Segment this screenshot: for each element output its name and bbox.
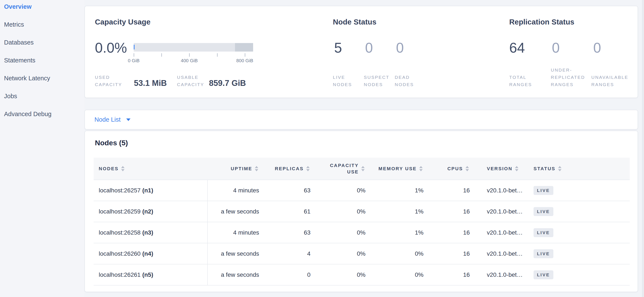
unavailable-ranges-label: UNAVAILABLE RANGES (591, 74, 628, 88)
sidebar-item-metrics[interactable]: Metrics (0, 15, 84, 33)
uptime-cell: 4 minutes (208, 180, 264, 201)
capacity-gauge-reserved-segment (235, 43, 253, 51)
column-header-uptime[interactable]: UPTIME (208, 158, 264, 180)
table-row[interactable]: localhost:26260(n4) a few seconds 4 0% 0… (94, 243, 630, 264)
capacity-usage-percent: 0.0% (95, 40, 127, 55)
column-header-nodes[interactable]: NODES (94, 158, 208, 180)
column-header-capacity-use[interactable]: CAPACITY USE (316, 158, 370, 180)
replicas-cell: 61 (264, 201, 316, 222)
status-badge: LIVE (534, 207, 553, 216)
gauge-tick (189, 53, 190, 57)
cpus-cell: 16 (428, 180, 475, 201)
node-address-cell[interactable]: localhost:26261(n5) (94, 264, 208, 285)
node-list-dropdown[interactable]: Node List (85, 110, 638, 129)
uptime-cell: 4 minutes (208, 222, 264, 243)
memory-use-cell: 1% (370, 201, 428, 222)
column-label: VERSION (487, 166, 512, 172)
table-row[interactable]: localhost:26259(n2) a few seconds 61 0% … (94, 201, 630, 222)
sidebar-item-overview[interactable]: Overview (0, 0, 84, 15)
column-header-status[interactable]: STATUS (529, 158, 630, 180)
suspect-nodes-label: SUSPECT NODES (364, 74, 390, 88)
capacity-use-cell: 0% (316, 264, 370, 285)
version-cell: v20.1.0-bet… (475, 243, 529, 264)
sidebar-item-jobs[interactable]: Jobs (0, 87, 84, 105)
node-address-cell[interactable]: localhost:26260(n4) (94, 243, 208, 264)
node-address[interactable]: localhost:26260 (99, 250, 140, 257)
node-status-title: Node Status (333, 18, 376, 26)
table-row[interactable]: localhost:26257(n1) 4 minutes 63 0% 1% 1… (94, 180, 630, 201)
node-address[interactable]: localhost:26259 (99, 208, 140, 215)
column-label: REPLICAS (275, 166, 304, 172)
node-id: (n2) (142, 208, 153, 215)
cluster-summary-card: Capacity Usage 0.0% 0 GiB 400 GiB 800 Gi… (84, 6, 638, 98)
uptime-cell: a few seconds (208, 201, 264, 222)
column-label: MEMORY USE (378, 166, 417, 172)
sidebar-item-advanced-debug[interactable]: Advanced Debug (0, 105, 84, 123)
total-ranges-label: TOTAL RANGES (509, 74, 532, 88)
gauge-tick (162, 53, 162, 57)
node-id: (n5) (142, 272, 153, 278)
column-label: NODES (99, 166, 118, 172)
sidebar-item-databases[interactable]: Databases (0, 33, 84, 51)
node-id: (n1) (142, 187, 153, 194)
status-badge: LIVE (534, 228, 553, 237)
dead-nodes-count: 0 (396, 40, 404, 55)
table-header-row: NODES UPTIME REPLICAS CAPACITY USE MEMOR… (94, 158, 630, 180)
status-cell: LIVE (529, 264, 630, 285)
capacity-use-cell: 0% (316, 180, 370, 201)
version-cell: v20.1.0-bet… (475, 180, 529, 201)
node-address-cell[interactable]: localhost:26257(n1) (94, 180, 208, 201)
version-cell: v20.1.0-bet… (475, 264, 529, 285)
column-header-cpus[interactable]: CPUS (428, 158, 475, 180)
node-address-cell[interactable]: localhost:26258(n3) (94, 222, 208, 243)
capacity-use-cell: 0% (316, 222, 370, 243)
replication-status-title: Replication Status (509, 18, 574, 26)
under-replicated-count: 0 (552, 40, 560, 55)
memory-use-cell: 0% (370, 264, 428, 285)
cpus-cell: 16 (428, 201, 475, 222)
node-address[interactable]: localhost:26258 (99, 229, 140, 236)
sort-icon (515, 166, 518, 171)
live-nodes-count: 5 (334, 40, 342, 55)
nodes-card: Nodes (5) NODES UPTIME REPLICAS CAPACITY… (84, 131, 638, 292)
cpus-cell: 16 (428, 243, 475, 264)
gauge-tick (134, 53, 134, 57)
status-badge: LIVE (534, 186, 553, 195)
capacity-gauge: 0 GiB 400 GiB 800 GiB (134, 43, 253, 51)
view-selector-card: Node List (84, 110, 638, 130)
capacity-use-cell: 0% (316, 243, 370, 264)
column-header-replicas[interactable]: REPLICAS (264, 158, 316, 180)
column-label: CAPACITY USE (324, 162, 359, 175)
total-ranges-count: 64 (509, 40, 525, 55)
memory-use-cell: 1% (370, 222, 428, 243)
version-cell: v20.1.0-bet… (475, 222, 529, 243)
used-capacity-value: 53.1 MiB (134, 79, 167, 88)
column-label: STATUS (534, 166, 556, 172)
uptime-cell: a few seconds (208, 264, 264, 285)
gauge-tick (245, 53, 245, 57)
chevron-down-icon (126, 118, 130, 121)
column-header-memory-use[interactable]: MEMORY USE (370, 158, 428, 180)
node-address[interactable]: localhost:26257 (99, 187, 140, 194)
sort-icon (306, 166, 310, 171)
table-row[interactable]: localhost:26258(n3) 4 minutes 63 0% 1% 1… (94, 222, 630, 243)
capacity-usage-title: Capacity Usage (95, 18, 150, 26)
column-header-version[interactable]: VERSION (475, 158, 529, 180)
table-row[interactable]: localhost:26261(n5) a few seconds 0 0% 0… (94, 264, 630, 285)
node-address[interactable]: localhost:26261 (99, 272, 140, 278)
live-nodes-label: LIVE NODES (333, 74, 352, 88)
nodes-table: NODES UPTIME REPLICAS CAPACITY USE MEMOR… (94, 158, 630, 286)
dead-nodes-label: DEAD NODES (395, 74, 414, 88)
gauge-tick-label: 0 GiB (128, 58, 140, 63)
status-badge: LIVE (534, 249, 553, 258)
scrollbar[interactable] (642, 0, 644, 297)
usable-capacity-label: USABLE CAPACITY (177, 74, 204, 88)
under-replicated-label: UNDER- REPLICATED RANGES (551, 66, 585, 88)
status-cell: LIVE (529, 180, 630, 201)
gauge-tick-label: 800 GiB (236, 58, 253, 63)
node-address-cell[interactable]: localhost:26259(n2) (94, 201, 208, 222)
column-label: UPTIME (231, 166, 252, 172)
sidebar-item-statements[interactable]: Statements (0, 51, 84, 69)
status-cell: LIVE (529, 243, 630, 264)
sidebar-item-network-latency[interactable]: Network Latency (0, 69, 84, 87)
